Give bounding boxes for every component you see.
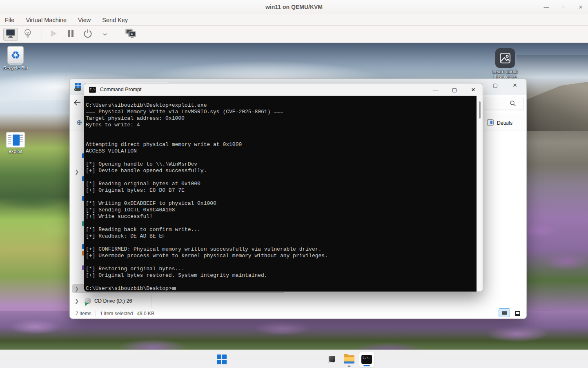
toolbar-separator [119, 29, 119, 40]
power-icon [83, 29, 93, 40]
cmd-app-icon: C:\ [89, 87, 96, 93]
learn-about-label-1: Learn about [492, 69, 517, 74]
shutdown-menu-button[interactable] [98, 28, 112, 41]
status-size: 49.0 KB [137, 311, 154, 316]
large-icons-view-toggle[interactable] [512, 308, 523, 317]
menu-send-key[interactable]: Send Key [102, 17, 128, 23]
terminal-taskbar-button[interactable]: C:\_ [359, 352, 374, 367]
task-view-button[interactable] [324, 352, 339, 367]
tree-expand-icon[interactable]: ❯ [75, 169, 79, 175]
exploit-app-icon: ⋯ [6, 132, 25, 148]
vm-maximize-button[interactable]: ▫ [560, 4, 567, 10]
status-selection: 1 item selected [100, 311, 133, 316]
explorer-status-bar: 7 items 1 item selected 49.0 KB [70, 308, 526, 319]
recycle-bin-label: Recycle Bin [3, 65, 28, 71]
taskbar: Search C:\_ [0, 350, 588, 368]
toolbar-separator [42, 29, 42, 40]
console-view-button[interactable] [3, 28, 18, 41]
desktop-folder-icon [74, 83, 83, 92]
task-view-icon [326, 354, 337, 365]
cmd-window-controls: — ▢ ✕ [426, 83, 483, 96]
cmd-scrollbar[interactable] [477, 96, 483, 292]
vm-window-controls: — ▫ ✕ [543, 0, 584, 14]
explorer-maximize-button[interactable]: ▢ [487, 81, 503, 90]
status-divider [96, 311, 96, 316]
desktop-icon-exploit[interactable]: ⋯ exploit [0, 132, 31, 154]
play-icon [49, 29, 58, 40]
exploit-label: exploit [9, 149, 22, 154]
details-view-button[interactable] [20, 28, 35, 41]
back-icon[interactable] [74, 100, 81, 107]
command-prompt-window: C:\ Command Prompt — ▢ ✕ C:\Users\sibouz… [84, 83, 483, 292]
list-view-icon [502, 311, 507, 315]
explorer-close-button[interactable]: ✕ [507, 81, 523, 90]
cd-drive-label: CD Drive (D:) 26 [94, 298, 132, 304]
menu-virtual-machine[interactable]: Virtual Machine [26, 17, 67, 23]
console-output[interactable]: C:\Users\sibouzbib\Desktop>exploit.exe==… [84, 96, 477, 292]
recycle-bin-icon: ♻ [7, 46, 24, 64]
cmd-titlebar[interactable]: C:\ Command Prompt — ▢ ✕ [84, 83, 483, 96]
vm-toolbar [0, 26, 588, 43]
thumbnail-view-icon [515, 311, 520, 315]
picture-icon [495, 48, 515, 68]
tree-expand-icon[interactable]: ❯ [75, 286, 79, 292]
lightbulb-icon [24, 29, 32, 40]
desktop-icon-recycle-bin[interactable]: ♻ Recycle Bin [0, 46, 31, 71]
cmd-minimize-button[interactable]: — [426, 83, 445, 96]
cmd-maximize-button[interactable]: ▢ [445, 83, 464, 96]
vm-window-title: win11 on QEMU/KVM [265, 4, 323, 10]
file-explorer-taskbar-button[interactable] [341, 352, 357, 367]
explorer-nav-buttons [70, 95, 85, 112]
shutdown-button[interactable] [80, 28, 95, 41]
run-button[interactable] [46, 28, 61, 41]
monitor-icon [6, 29, 16, 40]
view-toggles [499, 308, 523, 317]
details-toggle-button[interactable]: Details [483, 117, 517, 129]
virt-manager-window: win11 on QEMU/KVM — ▫ ✕ File Virtual Mac… [0, 0, 588, 368]
cmd-close-button[interactable]: ✕ [464, 83, 483, 96]
dual-display-icon [125, 28, 136, 40]
vm-titlebar: win11 on QEMU/KVM — ▫ ✕ [0, 0, 588, 14]
search-icon [510, 100, 516, 108]
new-item-icon[interactable]: ⊕ [76, 118, 82, 127]
displays-button[interactable] [123, 28, 138, 41]
vm-minimize-button[interactable]: — [543, 4, 550, 10]
details-label: Details [497, 120, 512, 126]
cmd-scrollbar-thumb[interactable] [479, 101, 481, 119]
active-indicator [363, 365, 370, 366]
tree-item-cd-drive[interactable]: ❯ CD Drive (D:) 26 [72, 296, 285, 305]
cmd-window-title: Command Prompt [100, 87, 141, 92]
pause-button[interactable] [63, 28, 78, 41]
menu-view[interactable]: View [78, 17, 91, 23]
desktop-icon-learn-about-picture[interactable]: Learn about this picture [490, 48, 521, 80]
cd-drive-icon [85, 298, 91, 304]
tree-expand-icon[interactable]: ❯ [72, 298, 81, 304]
chevron-down-icon [102, 31, 108, 38]
terminal-icon: C:\_ [361, 355, 372, 364]
details-pane-icon [487, 119, 494, 127]
windows-logo-icon [217, 355, 227, 364]
status-item-count: 7 items [76, 311, 91, 316]
folder-icon [344, 355, 354, 364]
vm-menubar: File Virtual Machine View Send Key [0, 15, 588, 26]
menu-file[interactable]: File [5, 17, 14, 23]
details-view-toggle[interactable] [499, 308, 510, 317]
start-button[interactable] [214, 352, 229, 367]
running-indicator [348, 366, 351, 367]
vm-close-button[interactable]: ✕ [577, 4, 584, 10]
pause-icon [67, 29, 75, 40]
